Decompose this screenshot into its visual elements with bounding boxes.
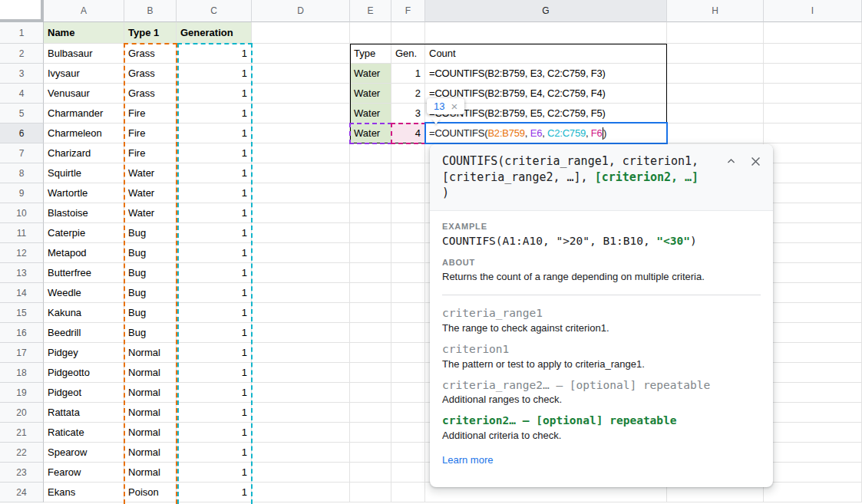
row-header-7[interactable]: 7 <box>0 143 44 163</box>
cell-f15[interactable] <box>391 303 425 323</box>
formula-editor-g6[interactable]: =COUNTIFS(B2:B759, E6, C2:C759, F6) <box>424 122 668 144</box>
cell-d18[interactable] <box>252 363 350 383</box>
cell-c13[interactable]: 1 <box>177 263 252 283</box>
cell-e13[interactable] <box>350 263 391 283</box>
cell-c5[interactable]: 1 <box>177 104 252 124</box>
cell-d7[interactable] <box>252 143 350 163</box>
cell-f11[interactable] <box>391 223 425 243</box>
cell-e14[interactable] <box>350 283 391 303</box>
cell-i19[interactable] <box>764 383 862 403</box>
row-header-14[interactable]: 14 <box>0 283 44 303</box>
cell-a1[interactable]: Name <box>44 22 124 44</box>
column-header-b[interactable]: B <box>124 0 177 22</box>
cell-b21[interactable]: Normal <box>124 423 177 443</box>
cell-f4[interactable]: 2 <box>391 84 425 104</box>
row-header-22[interactable]: 22 <box>0 443 44 463</box>
cell-c20[interactable]: 1 <box>177 403 252 423</box>
cell-b24[interactable]: Poison <box>124 483 177 502</box>
cell-f24[interactable] <box>391 483 425 502</box>
cell-a17[interactable]: Pidgey <box>44 343 124 363</box>
cell-a15[interactable]: Kakuna <box>44 303 124 323</box>
cell-f6[interactable]: 4 <box>391 124 425 143</box>
cell-f9[interactable] <box>391 183 425 203</box>
row-header-6[interactable]: 6 <box>0 124 44 143</box>
cell-d11[interactable] <box>252 223 350 243</box>
cell-b8[interactable]: Water <box>124 163 177 183</box>
cell-i20[interactable] <box>764 403 862 423</box>
cell-f5[interactable]: 3 <box>391 104 425 124</box>
cell-a16[interactable]: Beedrill <box>44 323 124 343</box>
cell-b3[interactable]: Grass <box>124 64 177 84</box>
cell-a6[interactable]: Charmeleon <box>44 124 124 143</box>
cell-b2[interactable]: Grass <box>124 44 177 64</box>
cell-f19[interactable] <box>391 383 425 403</box>
row-header-10[interactable]: 10 <box>0 203 44 223</box>
row-header-12[interactable]: 12 <box>0 243 44 263</box>
cell-b18[interactable]: Normal <box>124 363 177 383</box>
cell-b20[interactable]: Normal <box>124 403 177 423</box>
cell-f17[interactable] <box>391 343 425 363</box>
cell-c15[interactable]: 1 <box>177 303 252 323</box>
cell-b19[interactable]: Normal <box>124 383 177 403</box>
cell-c19[interactable]: 1 <box>177 383 252 403</box>
cell-c10[interactable]: 1 <box>177 203 252 223</box>
cell-e23[interactable] <box>350 463 391 483</box>
row-header-17[interactable]: 17 <box>0 343 44 363</box>
cell-b9[interactable]: Water <box>124 183 177 203</box>
cell-i6[interactable] <box>764 124 862 143</box>
cell-c21[interactable]: 1 <box>177 423 252 443</box>
row-header-1[interactable]: 1 <box>0 22 44 44</box>
cell-a21[interactable]: Raticate <box>44 423 124 443</box>
cell-c18[interactable]: 1 <box>177 363 252 383</box>
row-header-16[interactable]: 16 <box>0 323 44 343</box>
row-header-11[interactable]: 11 <box>0 223 44 243</box>
cell-d24[interactable] <box>252 483 350 502</box>
cell-f21[interactable] <box>391 423 425 443</box>
cell-a11[interactable]: Caterpie <box>44 223 124 243</box>
cell-d1[interactable] <box>252 22 350 44</box>
cell-c8[interactable]: 1 <box>177 163 252 183</box>
cell-c16[interactable]: 1 <box>177 323 252 343</box>
cell-b12[interactable]: Bug <box>124 243 177 263</box>
cell-d14[interactable] <box>252 283 350 303</box>
cell-d17[interactable] <box>252 343 350 363</box>
select-all-corner[interactable] <box>0 0 44 22</box>
cell-c1[interactable]: Generation <box>177 22 252 44</box>
column-header-g[interactable]: G <box>425 0 667 22</box>
row-header-8[interactable]: 8 <box>0 163 44 183</box>
cell-c4[interactable]: 1 <box>177 84 252 104</box>
cell-d4[interactable] <box>252 84 350 104</box>
cell-i16[interactable] <box>764 323 862 343</box>
cell-h4[interactable] <box>667 84 764 104</box>
cell-e22[interactable] <box>350 443 391 463</box>
cell-i24[interactable] <box>764 483 862 502</box>
cell-f1[interactable] <box>391 22 425 44</box>
cell-e21[interactable] <box>350 423 391 443</box>
cell-b4[interactable]: Grass <box>124 84 177 104</box>
cell-e20[interactable] <box>350 403 391 423</box>
cell-i23[interactable] <box>764 463 862 483</box>
cell-d2[interactable] <box>252 44 350 64</box>
cell-f22[interactable] <box>391 443 425 463</box>
cell-e4[interactable]: Water <box>350 84 391 104</box>
cell-f8[interactable] <box>391 163 425 183</box>
cell-i17[interactable] <box>764 343 862 363</box>
column-header-i[interactable]: I <box>764 0 862 22</box>
cell-i14[interactable] <box>764 283 862 303</box>
cell-e5[interactable]: Water <box>350 104 391 124</box>
cell-d13[interactable] <box>252 263 350 283</box>
cell-c9[interactable]: 1 <box>177 183 252 203</box>
column-header-f[interactable]: F <box>391 0 425 22</box>
cell-e19[interactable] <box>350 383 391 403</box>
cell-f10[interactable] <box>391 203 425 223</box>
cell-i22[interactable] <box>764 443 862 463</box>
cell-a7[interactable]: Charizard <box>44 143 124 163</box>
cell-a14[interactable]: Weedle <box>44 283 124 303</box>
cell-b22[interactable]: Normal <box>124 443 177 463</box>
cell-b1[interactable]: Type 1 <box>124 22 177 44</box>
cell-c2[interactable]: 1 <box>177 44 252 64</box>
cell-a23[interactable]: Fearow <box>44 463 124 483</box>
cell-b7[interactable]: Fire <box>124 143 177 163</box>
cell-d9[interactable] <box>252 183 350 203</box>
cell-h6[interactable] <box>667 124 764 143</box>
